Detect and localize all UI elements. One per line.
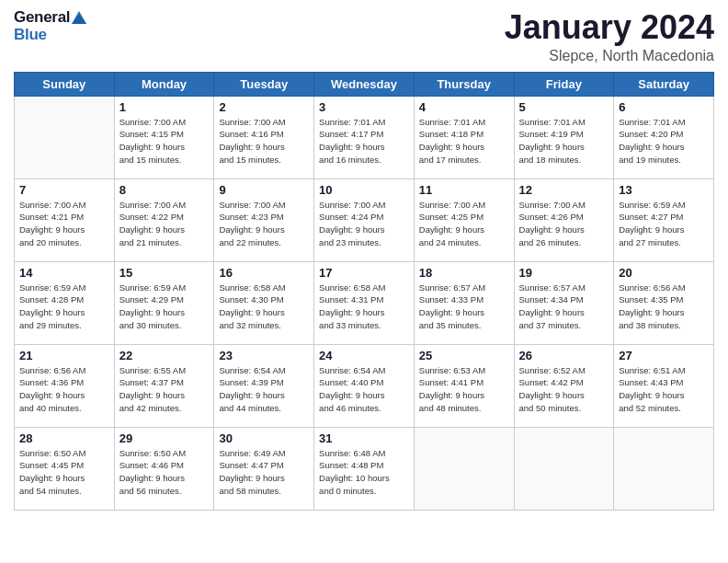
day-info: Sunrise: 6:49 AMSunset: 4:47 PMDaylight:…: [219, 447, 309, 498]
calendar-cell: 31Sunrise: 6:48 AMSunset: 4:48 PMDayligh…: [314, 427, 415, 510]
calendar-cell: 1Sunrise: 7:00 AMSunset: 4:15 PMDaylight…: [114, 96, 214, 178]
calendar-cell: 5Sunrise: 7:01 AMSunset: 4:19 PMDaylight…: [514, 96, 614, 178]
col-header-thursday: Thursday: [414, 72, 514, 96]
day-number: 18: [419, 266, 509, 280]
calendar-cell: 3Sunrise: 7:01 AMSunset: 4:17 PMDaylight…: [314, 96, 415, 178]
day-info: Sunrise: 7:01 AMSunset: 4:17 PMDaylight:…: [319, 116, 409, 167]
calendar-cell: 25Sunrise: 6:53 AMSunset: 4:41 PMDayligh…: [414, 344, 514, 427]
header: General Blue January 2024 Slepce, North …: [14, 9, 714, 64]
day-number: 25: [419, 349, 509, 362]
calendar-week-row: 1Sunrise: 7:00 AMSunset: 4:15 PMDaylight…: [15, 96, 714, 178]
calendar-cell: 12Sunrise: 7:00 AMSunset: 4:26 PMDayligh…: [514, 178, 614, 261]
day-number: 10: [319, 183, 409, 197]
calendar-header-row: SundayMondayTuesdayWednesdayThursdayFrid…: [15, 72, 714, 96]
calendar-cell: [414, 427, 514, 510]
day-info: Sunrise: 7:00 AMSunset: 4:15 PMDaylight:…: [119, 116, 210, 167]
day-info: Sunrise: 7:00 AMSunset: 4:26 PMDaylight:…: [519, 199, 609, 249]
day-info: Sunrise: 6:57 AMSunset: 4:34 PMDaylight:…: [519, 282, 609, 332]
col-header-sunday: Sunday: [15, 72, 115, 96]
day-number: 1: [119, 100, 210, 114]
day-number: 24: [319, 349, 409, 362]
calendar-week-row: 7Sunrise: 7:00 AMSunset: 4:21 PMDaylight…: [15, 178, 714, 261]
day-info: Sunrise: 7:00 AMSunset: 4:22 PMDaylight:…: [119, 199, 210, 249]
calendar-cell: 6Sunrise: 7:01 AMSunset: 4:20 PMDaylight…: [614, 96, 714, 178]
day-info: Sunrise: 6:51 AMSunset: 4:43 PMDaylight:…: [619, 364, 709, 415]
calendar-cell: 4Sunrise: 7:01 AMSunset: 4:18 PMDaylight…: [414, 96, 514, 178]
day-info: Sunrise: 6:48 AMSunset: 4:48 PMDaylight:…: [319, 447, 409, 498]
calendar-cell: 28Sunrise: 6:50 AMSunset: 4:45 PMDayligh…: [15, 427, 115, 510]
calendar-cell: 10Sunrise: 7:00 AMSunset: 4:24 PMDayligh…: [314, 178, 415, 261]
day-number: 27: [619, 349, 709, 362]
day-info: Sunrise: 7:00 AMSunset: 4:23 PMDaylight:…: [219, 199, 309, 249]
calendar-cell: 26Sunrise: 6:52 AMSunset: 4:42 PMDayligh…: [514, 344, 614, 427]
calendar-week-row: 14Sunrise: 6:59 AMSunset: 4:28 PMDayligh…: [15, 261, 714, 344]
calendar-cell: 11Sunrise: 7:00 AMSunset: 4:25 PMDayligh…: [414, 178, 514, 261]
calendar-cell: 24Sunrise: 6:54 AMSunset: 4:40 PMDayligh…: [314, 344, 415, 427]
day-number: 7: [19, 183, 109, 197]
day-number: 15: [119, 266, 210, 280]
day-number: 17: [319, 266, 409, 280]
day-info: Sunrise: 6:58 AMSunset: 4:30 PMDaylight:…: [219, 282, 309, 332]
calendar-week-row: 28Sunrise: 6:50 AMSunset: 4:45 PMDayligh…: [15, 427, 714, 510]
day-info: Sunrise: 7:00 AMSunset: 4:21 PMDaylight:…: [19, 199, 109, 249]
day-info: Sunrise: 6:52 AMSunset: 4:42 PMDaylight:…: [519, 364, 609, 415]
calendar-cell: 15Sunrise: 6:59 AMSunset: 4:29 PMDayligh…: [114, 261, 214, 344]
calendar-cell: 30Sunrise: 6:49 AMSunset: 4:47 PMDayligh…: [214, 427, 314, 510]
col-header-tuesday: Tuesday: [214, 72, 314, 96]
day-number: 22: [119, 349, 210, 362]
day-info: Sunrise: 6:54 AMSunset: 4:39 PMDaylight:…: [219, 364, 309, 415]
day-info: Sunrise: 7:01 AMSunset: 4:20 PMDaylight:…: [619, 116, 709, 167]
calendar-cell: 21Sunrise: 6:56 AMSunset: 4:36 PMDayligh…: [15, 344, 115, 427]
day-number: 11: [419, 183, 509, 197]
calendar-cell: 2Sunrise: 7:00 AMSunset: 4:16 PMDaylight…: [214, 96, 314, 178]
calendar-cell: 7Sunrise: 7:00 AMSunset: 4:21 PMDaylight…: [15, 178, 115, 261]
day-info: Sunrise: 6:59 AMSunset: 4:28 PMDaylight:…: [19, 282, 109, 332]
calendar-cell: [514, 427, 614, 510]
day-number: 20: [619, 266, 709, 280]
calendar-cell: 16Sunrise: 6:58 AMSunset: 4:30 PMDayligh…: [214, 261, 314, 344]
title-block: January 2024 Slepce, North Macedonia: [505, 9, 714, 64]
calendar-cell: 23Sunrise: 6:54 AMSunset: 4:39 PMDayligh…: [214, 344, 314, 427]
day-number: 19: [519, 266, 609, 280]
calendar-cell: 20Sunrise: 6:56 AMSunset: 4:35 PMDayligh…: [614, 261, 714, 344]
col-header-saturday: Saturday: [614, 72, 714, 96]
location-title: Slepce, North Macedonia: [505, 48, 714, 64]
logo: General Blue: [14, 9, 86, 43]
calendar-cell: 17Sunrise: 6:58 AMSunset: 4:31 PMDayligh…: [314, 261, 415, 344]
calendar-week-row: 21Sunrise: 6:56 AMSunset: 4:36 PMDayligh…: [15, 344, 714, 427]
day-info: Sunrise: 6:54 AMSunset: 4:40 PMDaylight:…: [319, 364, 409, 415]
calendar-cell: 13Sunrise: 6:59 AMSunset: 4:27 PMDayligh…: [614, 178, 714, 261]
day-info: Sunrise: 7:00 AMSunset: 4:25 PMDaylight:…: [419, 199, 509, 249]
day-info: Sunrise: 7:00 AMSunset: 4:24 PMDaylight:…: [319, 199, 409, 249]
day-info: Sunrise: 6:56 AMSunset: 4:35 PMDaylight:…: [619, 282, 709, 332]
day-number: 5: [519, 100, 609, 114]
day-info: Sunrise: 6:50 AMSunset: 4:45 PMDaylight:…: [19, 447, 109, 498]
day-info: Sunrise: 7:00 AMSunset: 4:16 PMDaylight:…: [219, 116, 309, 167]
day-info: Sunrise: 7:01 AMSunset: 4:18 PMDaylight:…: [419, 116, 509, 167]
day-number: 31: [319, 431, 409, 445]
day-info: Sunrise: 6:55 AMSunset: 4:37 PMDaylight:…: [119, 364, 210, 415]
day-number: 26: [519, 349, 609, 362]
col-header-wednesday: Wednesday: [314, 72, 415, 96]
col-header-friday: Friday: [514, 72, 614, 96]
day-info: Sunrise: 6:58 AMSunset: 4:31 PMDaylight:…: [319, 282, 409, 332]
day-number: 16: [219, 266, 309, 280]
calendar-cell: 29Sunrise: 6:50 AMSunset: 4:46 PMDayligh…: [114, 427, 214, 510]
calendar-cell: 14Sunrise: 6:59 AMSunset: 4:28 PMDayligh…: [15, 261, 115, 344]
day-info: Sunrise: 6:53 AMSunset: 4:41 PMDaylight:…: [419, 364, 509, 415]
day-info: Sunrise: 6:59 AMSunset: 4:29 PMDaylight:…: [119, 282, 210, 332]
calendar-cell: 27Sunrise: 6:51 AMSunset: 4:43 PMDayligh…: [614, 344, 714, 427]
day-info: Sunrise: 6:50 AMSunset: 4:46 PMDaylight:…: [119, 447, 210, 498]
svg-marker-1: [72, 15, 86, 24]
month-title: January 2024: [505, 9, 714, 46]
calendar-cell: 22Sunrise: 6:55 AMSunset: 4:37 PMDayligh…: [114, 344, 214, 427]
day-number: 9: [219, 183, 309, 197]
day-info: Sunrise: 6:59 AMSunset: 4:27 PMDaylight:…: [619, 199, 709, 249]
day-number: 30: [219, 431, 309, 445]
calendar-cell: 8Sunrise: 7:00 AMSunset: 4:22 PMDaylight…: [114, 178, 214, 261]
day-number: 3: [319, 100, 409, 114]
day-number: 12: [519, 183, 609, 197]
day-number: 29: [119, 431, 210, 445]
day-number: 6: [619, 100, 709, 114]
day-number: 8: [119, 183, 210, 197]
